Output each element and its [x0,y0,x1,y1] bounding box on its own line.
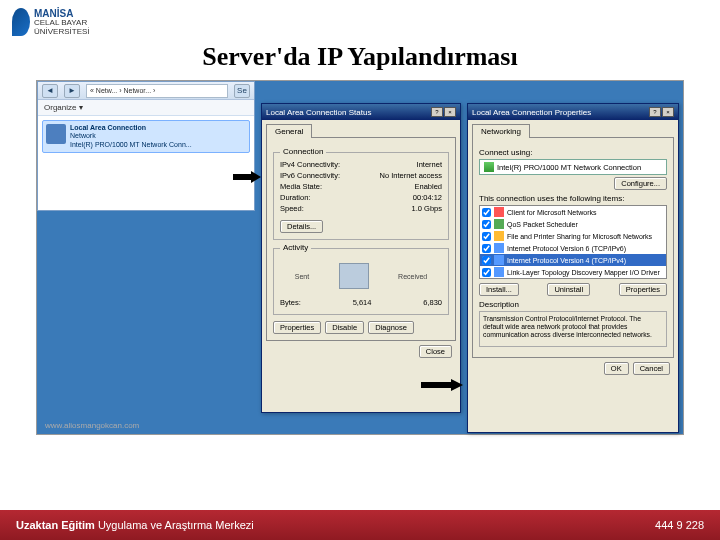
status-row: Media State:Enabled [280,181,442,192]
watermark: www.aliosmangokcan.com [45,421,139,430]
props-title: Local Area Connection Properties [472,108,591,117]
connection-properties-dialog: Local Area Connection Properties ? × Net… [467,103,679,433]
uninstall-button[interactable]: Uninstall [547,283,590,296]
logo-flame-icon [12,8,30,36]
adapter-icon [484,162,494,172]
diagnose-button[interactable]: Diagnose [368,321,414,334]
activity-group-label: Activity [280,243,311,252]
organize-menu[interactable]: Organize ▾ [44,103,83,112]
local-area-connection-item[interactable]: Local Area Connection Network Intel(R) P… [42,120,250,153]
close-button[interactable]: × [662,107,674,117]
item-checkbox[interactable] [482,268,491,277]
protocol-icon [494,255,504,265]
connection-status-dialog: Local Area Connection Status ? × General… [261,103,461,413]
protocol-icon [494,219,504,229]
explorer-body: Local Area Connection Network Intel(R) P… [38,116,254,210]
connection-group: Connection IPv4 Connectivity:InternetIPv… [273,152,449,240]
status-row: Speed:1.0 Gbps [280,203,442,214]
forward-button[interactable]: ► [64,84,80,98]
protocol-icon [494,207,504,217]
description-text: Transmission Control Protocol/Internet P… [479,311,667,347]
list-item[interactable]: QoS Packet Scheduler [480,218,666,230]
bytes-received-value: 6,830 [423,298,442,307]
arrow-to-properties-icon [421,379,463,391]
footer-left: Uzaktan Eğitim Uygulama ve Araştırma Mer… [16,519,254,531]
bytes-sent-value: 5,614 [353,298,372,307]
search-button[interactable]: Se [234,84,250,98]
status-title: Local Area Connection Status [266,108,371,117]
protocol-icon [494,243,504,253]
protocol-icon [494,267,504,277]
configure-button[interactable]: Configure... [614,177,667,190]
cancel-button[interactable]: Cancel [633,362,670,375]
list-item[interactable]: Link-Layer Topology Discovery Responder [480,278,666,279]
tab-general[interactable]: General [266,124,312,138]
close-dialog-button[interactable]: Close [419,345,452,358]
close-button[interactable]: × [444,107,456,117]
arrow-to-status-icon [233,171,261,183]
sent-label: Sent [295,273,309,280]
protocol-icon [494,231,504,241]
details-button[interactable]: Details... [280,220,323,233]
slide-title: Server'da IP Yapılandırması [0,42,720,72]
activity-group: Activity Sent Received Bytes: 5,614 6,83… [273,248,449,315]
connection-group-label: Connection [280,147,326,156]
status-row: IPv6 Connectivity:No Internet access [280,170,442,181]
bytes-label: Bytes: [280,298,301,307]
item-checkbox[interactable] [482,232,491,241]
install-button[interactable]: Install... [479,283,519,296]
item-checkbox[interactable] [482,208,491,217]
item-checkbox[interactable] [482,244,491,253]
description-label: Description [479,300,667,309]
connect-using-label: Connect using: [479,148,667,157]
logo-text: MANİSA CELAL BAYAR ÜNİVERSİTESİ [34,8,90,37]
activity-icon [339,263,369,289]
props-titlebar: Local Area Connection Properties ? × [468,104,678,120]
university-logo: MANİSA CELAL BAYAR ÜNİVERSİTESİ [12,8,90,37]
help-button[interactable]: ? [431,107,443,117]
address-bar[interactable]: « Netw... › Networ... › [86,84,228,98]
network-items-list[interactable]: Client for Microsoft NetworksQoS Packet … [479,205,667,279]
properties-button[interactable]: Properties [273,321,321,334]
list-item[interactable]: Internet Protocol Version 6 (TCP/IPv6) [480,242,666,254]
slide-footer: Uzaktan Eğitim Uygulama ve Araştırma Mer… [0,510,720,540]
item-checkbox[interactable] [482,256,491,265]
tab-networking[interactable]: Networking [472,124,530,138]
received-label: Received [398,273,427,280]
item-checkbox[interactable] [482,220,491,229]
back-button[interactable]: ◄ [42,84,58,98]
list-item[interactable]: Link-Layer Topology Discovery Mapper I/O… [480,266,666,278]
adapter-field: Intel(R) PRO/1000 MT Network Connection [479,159,667,175]
footer-phone: 444 9 228 [655,519,704,531]
help-button[interactable]: ? [649,107,661,117]
status-titlebar: Local Area Connection Status ? × [262,104,460,120]
explorer-titlebar: ◄ ► « Netw... › Networ... › Se [38,82,254,100]
screenshot-composite: ◄ ► « Netw... › Networ... › Se Organize … [36,80,684,435]
status-row: Duration:00:04:12 [280,192,442,203]
network-adapter-icon [46,124,66,144]
explorer-toolbar: Organize ▾ [38,100,254,116]
network-connections-window: ◄ ► « Netw... › Networ... › Se Organize … [37,81,255,211]
status-row: IPv4 Connectivity:Internet [280,159,442,170]
items-label: This connection uses the following items… [479,194,667,203]
ok-button[interactable]: OK [604,362,629,375]
list-item[interactable]: Client for Microsoft Networks [480,206,666,218]
list-item[interactable]: File and Printer Sharing for Microsoft N… [480,230,666,242]
disable-button[interactable]: Disable [325,321,364,334]
list-item[interactable]: Internet Protocol Version 4 (TCP/IPv4) [480,254,666,266]
connection-text: Local Area Connection Network Intel(R) P… [70,124,192,149]
item-properties-button[interactable]: Properties [619,283,667,296]
